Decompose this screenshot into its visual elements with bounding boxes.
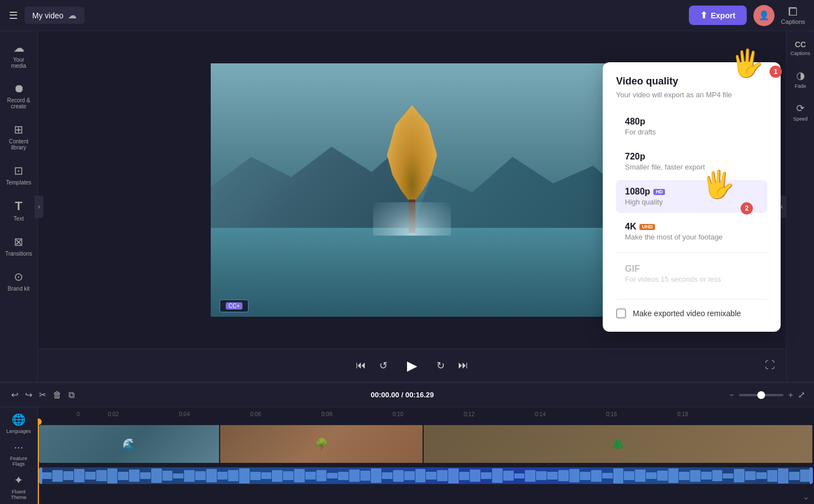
quality-desc-720p: Smaller file, faster export [625,163,758,171]
delete-button[interactable]: 🗑 [51,388,64,402]
quality-option-4k[interactable]: 4K UHD Make the most of your footage [616,215,767,248]
skip-to-end-button[interactable]: ⏭ [458,360,468,371]
sidebar-item-templates[interactable]: ⊡ Templates [2,158,36,191]
wave-bar [569,469,580,482]
tree-foliage [384,105,440,205]
bottom-panel: ↩ ↪ ✂ 🗑 ⧉ 00:00.00 / 00:16.29 － ＋ ⤢ 🌐 La… [0,382,814,504]
sidebar-item-brand-kit[interactable]: ⊙ Brand kit [2,265,36,297]
avatar[interactable]: 👤 [753,5,775,26]
video-track-content[interactable]: 🌊 🌳 [39,425,813,463]
video-quality-dropdown: Video quality Your video will export as … [603,62,781,332]
wave-bar [228,470,239,481]
wave-bar [547,472,558,480]
playhead-dot [38,418,42,425]
video-frame: CC+ [211,63,613,317]
wave-bar [382,472,393,479]
remixable-row: Make exported video remixable [616,299,767,318]
brand-kit-icon: ⊙ [14,270,23,283]
video-segment-2[interactable]: 🌳 [220,425,423,463]
wave-bar [679,472,689,480]
sidebar-item-fluent-theme[interactable]: ✦ Fluent Theme [2,470,36,503]
remixable-checkbox[interactable] [616,308,626,318]
zoom-in-button[interactable]: ＋ [787,390,795,400]
expand-timeline-button[interactable]: ⤢ [798,390,805,400]
undo-button[interactable]: ↩ [9,387,21,402]
thumb-tree-3: 🌲 [611,437,625,451]
sidebar-item-feature-flags[interactable]: ··· Feature Flags [2,437,36,470]
wave-bar [503,471,514,481]
fullscreen-button[interactable]: ⛶ [765,360,775,371]
wave-bar [74,469,85,482]
wave-bar [734,469,744,482]
sidebar-item-your-media[interactable]: ☁ Your media [2,36,36,74]
project-name-label: My video [32,11,63,20]
sidebar-label-record: Record & create [6,97,32,109]
sidebar-collapse-toggle[interactable]: › [34,196,38,218]
cut-button[interactable]: ✂ [37,387,48,402]
audio-track[interactable] [38,467,814,487]
zoom-slider[interactable] [739,394,783,396]
right-tool-fade[interactable]: ◑ Fade [788,65,813,93]
wave-bar [635,470,646,482]
wave-bar [85,472,96,480]
quality-option-480p[interactable]: 480p For drafts [616,110,767,143]
sidebar-item-record-create[interactable]: ⏺ Record & create [2,77,36,115]
captions-right-icon: CC [795,40,806,49]
audio-track-content[interactable] [39,467,813,484]
quality-option-720p[interactable]: 720p Smaller file, faster export [616,145,767,178]
wave-bar [184,470,195,482]
audio-handle-right[interactable] [810,467,813,484]
duplicate-button[interactable]: ⧉ [66,388,77,402]
wave-bar [261,472,272,479]
video-track[interactable]: 🌊 🌳 [38,425,814,465]
sidebar-item-text[interactable]: T Text [2,193,36,227]
sidebar-label-transitions: Transitions [5,251,32,257]
sidebar-label-languages: Languages [6,428,31,434]
captions-symbol: ⧠ [787,6,798,18]
wave-bar [294,469,305,482]
hd-badge: HD [653,189,665,195]
forward-button[interactable]: ↻ [436,360,445,372]
audio-handle-left[interactable] [39,467,42,484]
project-name-tag[interactable]: My video ☁ [24,7,85,24]
wave-bar [107,468,118,483]
content-library-icon: ⊞ [14,123,23,136]
export-button[interactable]: ⬆ Export [689,6,746,25]
sidebar-item-content-library[interactable]: ⊞ Content library [2,117,36,156]
playback-controls: ⏮ ↺ ▶ ↻ ⏭ ⛶ [38,348,786,382]
skip-to-start-button[interactable]: ⏮ [356,360,366,371]
quality-subtitle: Your video will export as an MP4 file [616,91,767,99]
ruler-mark-16: 0:16 [606,411,677,417]
wave-bar [800,470,811,482]
zoom-out-button[interactable]: － [728,390,736,400]
captions-top-icon[interactable]: ⧠ Captions [781,6,805,25]
video-segment-3[interactable]: 🌲 [424,425,813,463]
right-tool-speed[interactable]: ⟳ Speed [788,98,813,126]
wave-bar [613,468,624,483]
quality-name-gif: GIF [625,264,758,274]
quality-option-gif[interactable]: GIF For videos 15 seconds or less [616,257,767,290]
sidebar-item-languages[interactable]: 🌐 Languages [2,410,36,437]
wave-bar [646,472,657,479]
rewind-button[interactable]: ↺ [379,360,388,372]
wave-bar [448,468,459,483]
quality-name-720p: 720p [625,152,758,162]
timeline-scroll-down[interactable]: ⌄ [802,491,810,502]
main-area: ☁ Your media ⏺ Record & create ⊞ Content… [0,31,814,382]
redo-button[interactable]: ↪ [23,387,34,402]
wave-bar [327,473,337,479]
right-tool-captions[interactable]: CC Captions [788,36,813,61]
ruler-mark-18: 0:18 [677,411,748,417]
play-pause-button[interactable]: ▶ [401,355,423,377]
wave-bar [778,468,788,483]
sidebar-item-transitions[interactable]: ⊠ Transitions [2,229,36,262]
remixable-label[interactable]: Make exported video remixable [633,309,741,318]
video-segment-1[interactable]: 🌊 [39,425,220,463]
hamburger-icon[interactable]: ☰ [9,9,18,22]
wave-bar [52,470,63,482]
ruler-mark-4: 0:04 [179,411,250,417]
playhead-line [38,421,39,504]
wave-bar [316,470,327,481]
topbar: ☰ My video ☁ ⬆ Export 👤 ⧠ Captions [0,0,814,31]
right-tool-speed-label: Speed [793,116,807,122]
